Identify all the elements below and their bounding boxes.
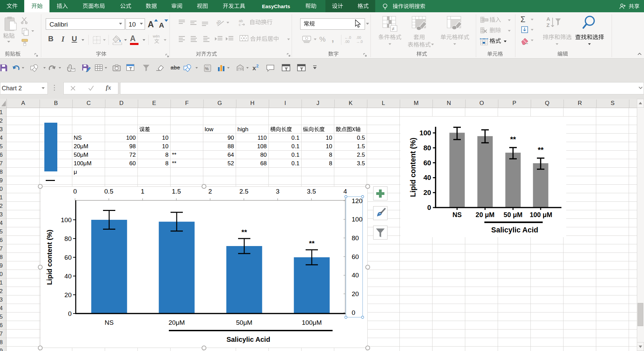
svg-text:80: 80 [64,235,72,242]
svg-text:→.0: →.0 [356,40,363,44]
svg-text:2: 2 [208,188,212,195]
svg-text:%: % [205,66,209,71]
svg-text:100: 100 [61,216,72,224]
svg-text:100: 100 [420,129,431,137]
svg-text:3: 3 [276,188,280,195]
svg-text:**: ** [510,135,516,143]
svg-text:20: 20 [423,188,431,196]
svg-text:c: c [239,22,241,26]
svg-text:1: 1 [141,188,145,195]
svg-text:Salicylic Acid: Salicylic Acid [226,336,270,343]
svg-text:60: 60 [423,159,431,167]
svg-text:40: 40 [352,272,359,279]
svg-text:0.5: 0.5 [104,188,113,195]
svg-text:40: 40 [64,273,72,280]
svg-text:A: A [546,16,550,22]
svg-text:**: ** [241,228,247,236]
svg-text:60: 60 [64,254,72,261]
svg-text:0: 0 [352,309,355,316]
svg-text:Salicylic Acid: Salicylic Acid [491,226,538,234]
svg-text:60: 60 [352,253,359,260]
svg-text:80: 80 [352,234,359,242]
svg-text:**: ** [309,239,315,247]
svg-text:Lipid content (%): Lipid content (%) [46,230,53,285]
svg-text:50 μM: 50 μM [503,211,522,218]
svg-text:NS: NS [452,211,462,218]
svg-text:2: 2 [256,64,259,68]
svg-text:4: 4 [343,188,347,195]
svg-text:**: ** [538,146,544,154]
svg-text:≠: ≠ [392,26,395,31]
svg-text:100 μM: 100 μM [530,211,552,218]
svg-text:Lipid content (%): Lipid content (%) [409,138,417,197]
svg-text:40: 40 [423,173,431,181]
svg-text:.00: .00 [345,40,350,44]
svg-text:x: x [252,64,256,72]
svg-text:0: 0 [427,203,431,211]
svg-text:Z: Z [546,22,550,28]
svg-text:0: 0 [73,188,77,195]
svg-text:1.5: 1.5 [172,188,181,195]
svg-text:80: 80 [423,144,431,152]
svg-text:.00: .00 [356,35,361,40]
svg-text:3.5: 3.5 [307,188,316,195]
svg-text:20: 20 [64,291,72,299]
svg-text:20 μM: 20 μM [475,211,494,218]
svg-text:NS: NS [105,319,114,326]
svg-text:20: 20 [352,290,359,297]
svg-text:0: 0 [68,310,72,317]
svg-text:100μM: 100μM [302,319,322,326]
svg-text:100: 100 [352,216,363,223]
svg-text:50μM: 50μM [236,319,252,326]
svg-text:20μM: 20μM [169,319,185,326]
svg-text:120: 120 [352,197,363,204]
svg-text:←.0: ←.0 [345,35,351,40]
svg-text:2.5: 2.5 [239,188,248,195]
